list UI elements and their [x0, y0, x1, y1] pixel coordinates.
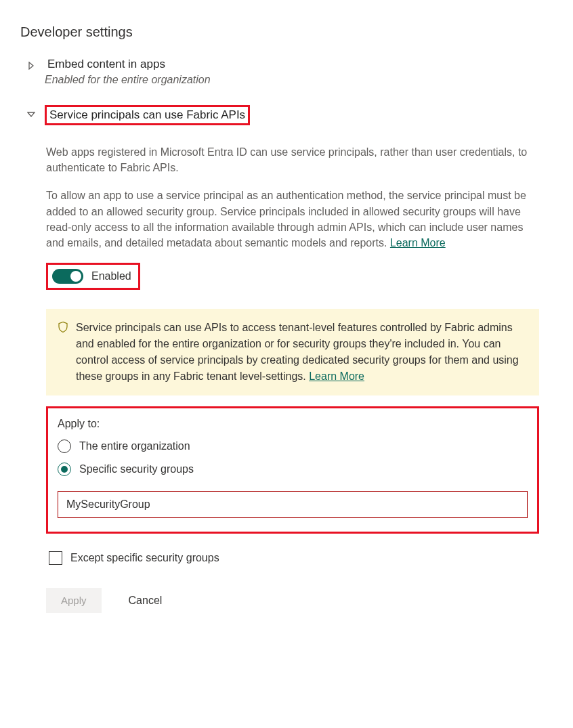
setting-embed-title: Embed content in apps	[45, 56, 168, 72]
toggle-enabled-wrap: Enabled	[46, 263, 140, 290]
setting-sp-body: Web apps registered in Microsoft Entra I…	[46, 144, 553, 613]
except-groups-row[interactable]: Except specific security groups	[49, 551, 539, 565]
radio-specific-groups[interactable]: Specific security groups	[58, 463, 528, 476]
radio-specific-groups-label: Specific security groups	[79, 463, 194, 475]
button-row: Apply Cancel	[46, 588, 539, 613]
radio-entire-org[interactable]: The entire organization	[58, 440, 528, 453]
setting-sp-row[interactable]: Service principals can use Fabric APIs	[27, 105, 553, 125]
shield-icon	[57, 321, 69, 333]
toggle-thumb	[70, 271, 81, 282]
sp-description-2: To allow an app to use a service princip…	[46, 188, 539, 251]
notice-learn-more-link[interactable]: Learn More	[309, 370, 364, 382]
chevron-right-icon	[27, 60, 37, 70]
security-group-input[interactable]	[58, 491, 528, 518]
setting-embed-subtitle: Enabled for the entire organization	[45, 74, 553, 86]
notice-text: Service principals can use APIs to acces…	[76, 320, 527, 385]
except-groups-label: Except specific security groups	[70, 552, 219, 564]
radio-icon-selected	[58, 463, 71, 476]
toggle-enabled[interactable]	[52, 269, 83, 284]
section-title: Developer settings	[20, 24, 553, 40]
setting-sp-title: Service principals can use Fabric APIs	[45, 105, 250, 125]
chevron-down-icon	[27, 109, 37, 119]
cancel-button[interactable]: Cancel	[129, 595, 163, 607]
radio-entire-org-label: The entire organization	[79, 440, 190, 452]
learn-more-link[interactable]: Learn More	[390, 237, 446, 249]
notice-box: Service principals can use APIs to acces…	[46, 309, 539, 395]
radio-icon-unselected	[58, 440, 71, 453]
sp-description-1: Web apps registered in Microsoft Entra I…	[46, 144, 539, 175]
checkbox-icon	[49, 551, 62, 565]
apply-to-label: Apply to:	[58, 418, 528, 430]
apply-button[interactable]: Apply	[46, 588, 102, 613]
setting-embed-row[interactable]: Embed content in apps Enabled for the en…	[27, 56, 553, 86]
toggle-enabled-label: Enabled	[91, 270, 131, 282]
apply-to-section: Apply to: The entire organization Specif…	[46, 406, 539, 534]
